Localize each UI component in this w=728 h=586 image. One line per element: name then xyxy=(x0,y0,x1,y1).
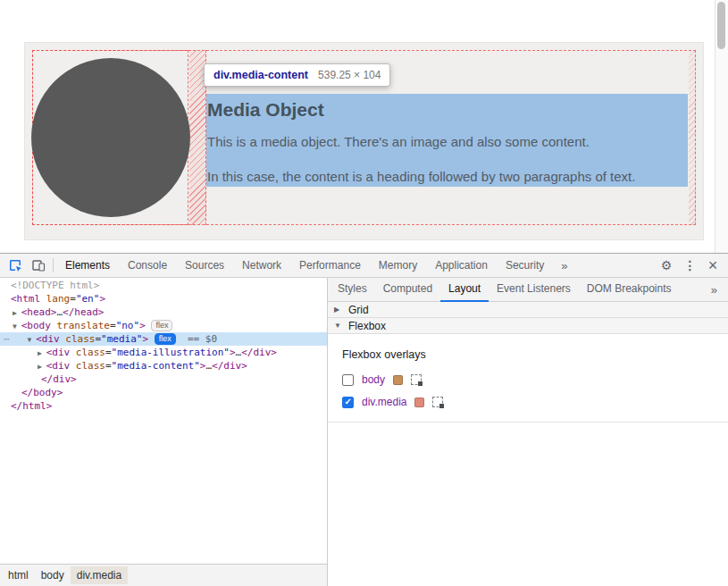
inspect-tooltip: div.media-content 539.25 × 104 xyxy=(204,63,390,87)
tab-layout[interactable]: Layout xyxy=(440,278,489,302)
tooltip-selector: div.media-content xyxy=(213,69,308,81)
grid-section-header[interactable]: ▶ Grid xyxy=(328,302,728,318)
device-toolbar-button[interactable] xyxy=(27,255,50,276)
toolbar-separator xyxy=(53,258,54,272)
media-illustration-circle xyxy=(31,58,190,217)
browser-viewport: Media Object This is a media object. The… xyxy=(0,0,728,253)
flexbox-freespace-hatch xyxy=(689,50,696,225)
tab-memory[interactable]: Memory xyxy=(370,254,426,277)
tab-styles[interactable]: Styles xyxy=(330,278,375,302)
tab-dom-breakpoints[interactable]: DOM Breakpoints xyxy=(579,278,680,302)
dom-node-body-close[interactable]: </body> xyxy=(0,386,327,399)
media-content-highlight: Media Object This is a media object. The… xyxy=(206,94,688,187)
flexbox-overlays-section: Flexbox overlays body div.media xyxy=(328,334,728,423)
tab-security[interactable]: Security xyxy=(497,254,553,277)
elements-sidebar: Styles Computed Layout Event Listeners D… xyxy=(328,278,728,586)
screen: Media Object This is a media object. The… xyxy=(0,0,728,586)
media-illustration-box xyxy=(32,50,188,225)
dom-node-div-media-selected[interactable]: ⋯ ▼ <div class="media"> flex == $0 xyxy=(0,332,327,346)
overlay-row-div-media: div.media xyxy=(342,395,714,409)
breadcrumb-html[interactable]: html xyxy=(2,566,35,584)
inspect-element-button[interactable] xyxy=(4,255,27,276)
tab-event-listeners[interactable]: Event Listeners xyxy=(489,278,579,302)
more-panels-button[interactable]: » xyxy=(553,259,575,272)
select-element-icon[interactable] xyxy=(411,374,422,385)
devtools-toolbar: Elements Console Sources Network Perform… xyxy=(0,254,728,278)
select-element-icon[interactable] xyxy=(432,397,443,407)
devtools-panel: Elements Console Sources Network Perform… xyxy=(0,253,728,586)
tooltip-dimensions: 539.25 × 104 xyxy=(318,69,381,81)
overlay-label-div-media[interactable]: div.media xyxy=(362,396,406,408)
color-swatch-div-media xyxy=(414,398,424,407)
page-scrollbar[interactable] xyxy=(715,0,728,253)
elements-pane: <!DOCTYPE html> <html lang="en"> ▶ <head… xyxy=(0,278,328,586)
flexbox-section-label: Flexbox xyxy=(348,320,386,332)
color-swatch-body xyxy=(393,375,403,385)
media-paragraph-1: This is a media object. There's an image… xyxy=(207,134,688,150)
dom-node-div-media-illustration[interactable]: ▶ <div class="media-illustration">…</div… xyxy=(0,346,327,359)
expanded-triangle-icon: ▼ xyxy=(334,322,342,330)
dom-node-div-media-content[interactable]: ▶ <div class="media-content">…</div> xyxy=(0,359,327,373)
device-toolbar-icon xyxy=(31,258,46,272)
dom-node-doctype[interactable]: <!DOCTYPE html> xyxy=(0,279,327,292)
devtools-body: <!DOCTYPE html> <html lang="en"> ▶ <head… xyxy=(0,278,728,586)
overlay-label-body[interactable]: body xyxy=(362,373,385,386)
tab-console[interactable]: Console xyxy=(119,254,176,277)
dom-node-body-open[interactable]: ▼ <body translate="no"> flex xyxy=(0,319,327,332)
tab-sources[interactable]: Sources xyxy=(176,254,233,277)
dom-node-html-close[interactable]: </html> xyxy=(0,399,327,413)
breadcrumb-div-media[interactable]: div.media xyxy=(71,566,128,584)
overlay-row-body: body xyxy=(342,373,714,387)
tab-computed[interactable]: Computed xyxy=(375,278,440,302)
breadcrumb: html body div.media xyxy=(0,564,327,586)
close-devtools-icon[interactable]: × xyxy=(701,255,724,276)
settings-gear-icon[interactable]: ⚙ xyxy=(655,255,678,276)
breadcrumb-body[interactable]: body xyxy=(35,566,71,584)
media-paragraph-2: In this case, the content is a heading f… xyxy=(207,169,688,185)
collapsed-triangle-icon: ▶ xyxy=(334,306,342,314)
grid-section-label: Grid xyxy=(348,304,369,316)
media-heading: Media Object xyxy=(207,98,688,121)
tab-performance[interactable]: Performance xyxy=(290,254,370,277)
more-sidebar-tabs-button[interactable]: » xyxy=(702,283,726,297)
checkbox-body-overlay[interactable] xyxy=(342,374,354,386)
sidebar-tab-bar: Styles Computed Layout Event Listeners D… xyxy=(328,278,728,302)
checkbox-div-media-overlay[interactable] xyxy=(342,397,354,408)
dom-tree: <!DOCTYPE html> <html lang="en"> ▶ <head… xyxy=(0,278,327,564)
kebab-menu-icon[interactable]: ⋮ xyxy=(678,255,701,276)
dom-node-div-close[interactable]: </div> xyxy=(0,373,327,386)
scrollbar-thumb[interactable] xyxy=(717,2,725,49)
flexbox-section-header[interactable]: ▼ Flexbox xyxy=(328,318,728,334)
flexbox-overlays-title: Flexbox overlays xyxy=(342,348,714,361)
tab-application[interactable]: Application xyxy=(426,254,497,277)
dom-node-html-open[interactable]: <html lang="en"> xyxy=(0,292,327,306)
tab-elements[interactable]: Elements xyxy=(56,254,119,277)
dom-node-head[interactable]: ▶ <head>…</head> xyxy=(0,306,327,319)
tab-network[interactable]: Network xyxy=(233,254,290,277)
inspect-cursor-icon xyxy=(8,258,22,272)
